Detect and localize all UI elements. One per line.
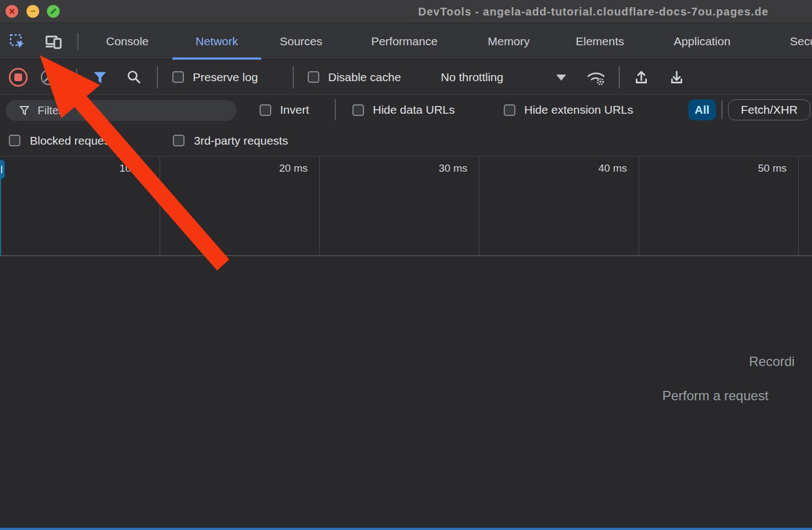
search-icon bbox=[126, 69, 143, 86]
handle-grip-icon bbox=[1, 166, 2, 173]
inspect-cursor-icon bbox=[9, 34, 26, 50]
close-icon: ✕ bbox=[8, 7, 15, 15]
timeline-tick-label: 20 ms bbox=[279, 162, 308, 174]
hide-data-urls-checkbox[interactable] bbox=[352, 104, 364, 116]
preserve-log-checkbox[interactable] bbox=[172, 71, 184, 83]
invert-label: Invert bbox=[280, 95, 309, 125]
timeline-tick-label: 40 ms bbox=[598, 162, 627, 174]
search-button[interactable] bbox=[125, 68, 144, 87]
devtools-tabbar: Console Network Sources Performance Memo… bbox=[0, 23, 812, 60]
blocked-requests-label: Blocked requests bbox=[30, 125, 119, 157]
third-party-requests-label: 3rd-party requests bbox=[194, 125, 288, 157]
tab-application[interactable]: Application bbox=[658, 23, 746, 60]
zoom-icon bbox=[50, 8, 56, 14]
import-har-button[interactable] bbox=[631, 67, 652, 88]
clear-icon bbox=[44, 72, 54, 82]
funnel-outline-icon bbox=[18, 104, 31, 117]
toolbar-separator bbox=[293, 66, 294, 88]
export-har-button[interactable] bbox=[666, 67, 687, 88]
request-type-chip-all[interactable]: All bbox=[688, 99, 716, 120]
zoom-window-button[interactable] bbox=[47, 5, 60, 18]
timeline-tick-label: 30 ms bbox=[439, 162, 467, 174]
tab-console[interactable]: Console bbox=[98, 23, 156, 60]
close-window-button[interactable]: ✕ bbox=[6, 5, 18, 18]
tab-sources[interactable]: Sources bbox=[270, 23, 333, 60]
filter-toggle-button[interactable] bbox=[91, 68, 109, 87]
tab-security[interactable]: Security bbox=[778, 23, 812, 60]
window-title: DevTools - angela-add-tutorial.cloudflar… bbox=[418, 0, 768, 23]
download-icon bbox=[668, 69, 686, 87]
request-type-chip-fetch-xhr[interactable]: Fetch/XHR bbox=[728, 99, 810, 120]
filterbar-separator bbox=[335, 99, 336, 120]
device-toolbar-icon bbox=[45, 34, 62, 50]
wifi-gear-icon bbox=[585, 68, 607, 87]
timeline-gridline bbox=[639, 157, 639, 256]
bottom-accent-bar bbox=[0, 528, 812, 530]
disable-cache-label: Disable cache bbox=[328, 60, 401, 95]
tab-network[interactable]: Network bbox=[172, 23, 261, 60]
invert-checkbox[interactable] bbox=[260, 104, 271, 116]
recording-status-text: Recordi bbox=[749, 354, 795, 369]
record-network-log-button[interactable] bbox=[9, 68, 28, 87]
throttling-select[interactable]: No throttling bbox=[441, 60, 503, 95]
hide-extension-urls-label: Hide extension URLs bbox=[524, 95, 633, 125]
network-requests-panel: Recordi Perform a request bbox=[0, 256, 812, 530]
timeline-gridline bbox=[160, 157, 160, 256]
record-icon bbox=[14, 73, 22, 81]
timeline-gridline bbox=[798, 157, 799, 256]
perform-request-hint-text: Perform a request bbox=[662, 388, 768, 404]
devtools-window: ✕ – DevTools - angela-add-tutorial.cloud… bbox=[0, 0, 812, 530]
tab-memory[interactable]: Memory bbox=[476, 23, 541, 60]
request-options-row: Blocked requests 3rd-party requests bbox=[0, 125, 812, 157]
minimize-window-button[interactable]: – bbox=[27, 5, 39, 18]
toolbar-separator bbox=[157, 66, 158, 88]
network-conditions-button[interactable] bbox=[583, 66, 609, 88]
timeline-gridline bbox=[479, 157, 479, 256]
blocked-requests-checkbox[interactable] bbox=[9, 135, 20, 146]
overview-selection-line bbox=[0, 178, 1, 256]
timeline-gridline bbox=[319, 157, 320, 256]
window-titlebar: ✕ – DevTools - angela-add-tutorial.cloud… bbox=[0, 0, 812, 23]
chevron-down-icon[interactable] bbox=[556, 75, 566, 81]
preserve-log-label: Preserve log bbox=[193, 60, 258, 95]
tab-elements[interactable]: Elements bbox=[563, 23, 636, 60]
upload-icon bbox=[632, 69, 650, 87]
timeline-tick-label: 10 ms bbox=[119, 162, 148, 174]
clear-network-log-button[interactable] bbox=[41, 70, 56, 85]
toolbar-separator bbox=[76, 68, 77, 86]
timeline-tick-label: 50 ms bbox=[758, 162, 787, 174]
network-toolbar: Preserve log Disable cache No throttling bbox=[0, 60, 812, 95]
filterbar-separator bbox=[721, 100, 723, 119]
disable-cache-checkbox[interactable] bbox=[308, 71, 319, 83]
tabbar-separator bbox=[77, 33, 78, 50]
toolbar-separator bbox=[619, 66, 620, 88]
hide-data-urls-label: Hide data URLs bbox=[373, 95, 455, 125]
overview-selection-handle[interactable] bbox=[0, 160, 5, 179]
hide-extension-urls-checkbox[interactable] bbox=[504, 104, 515, 116]
inspect-element-button[interactable] bbox=[8, 32, 28, 52]
filter-input[interactable] bbox=[38, 104, 214, 117]
toggle-device-toolbar-button[interactable] bbox=[43, 32, 64, 52]
network-filter-bar: Invert Hide data URLs Hide extension URL… bbox=[0, 95, 812, 125]
network-overview-timeline[interactable]: 10 ms 20 ms 30 ms 40 ms 50 ms bbox=[0, 157, 812, 256]
tab-performance[interactable]: Performance bbox=[355, 23, 454, 60]
third-party-requests-checkbox[interactable] bbox=[173, 135, 184, 146]
filter-field-container[interactable] bbox=[6, 100, 236, 121]
funnel-icon bbox=[92, 69, 108, 86]
minimize-icon: – bbox=[30, 6, 35, 15]
